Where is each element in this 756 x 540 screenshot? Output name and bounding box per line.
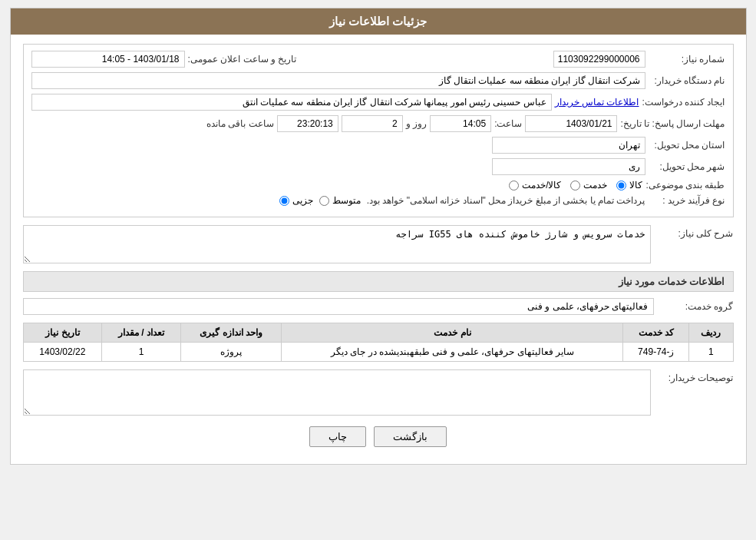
response-days-label: روز و: [406, 118, 427, 129]
row-city: شهر محل تحویل: ری: [31, 158, 725, 175]
cell-quantity: 1: [102, 343, 181, 362]
row-category: طبقه بندی موضوعی: کالا/خدمت خدمت کالا: [31, 180, 725, 190]
col-service-code: کد خدمت: [623, 323, 689, 343]
purchase-type-text: پرداخت تمام یا بخشی از مبلغ خریداز محل "…: [367, 195, 645, 206]
province-label: استان محل تحویل:: [649, 140, 725, 151]
cell-date: 1403/02/22: [23, 343, 102, 362]
remaining-time: 23:20:13: [277, 115, 338, 132]
page-container: جزئیات اطلاعات نیاز شماره نیاز: 11030922…: [10, 8, 747, 465]
category-kala-item: کالا: [616, 180, 642, 190]
creator-link[interactable]: اطلاعات تماس خریدار: [555, 97, 639, 108]
purchase-type-motavasset-radio[interactable]: [319, 196, 329, 206]
category-kala-label: کالا: [629, 180, 642, 190]
action-row: بازگشت چاپ: [23, 426, 734, 447]
row-response-deadline: مهلت ارسال پاسخ: تا تاریخ: 1403/01/21 سا…: [31, 115, 725, 132]
services-table: ردیف کد خدمت نام خدمت واحد اندازه گیری ت…: [23, 323, 734, 362]
info-section: شماره نیاز: 1103092299000006 تاریخ و ساع…: [23, 44, 734, 217]
category-khadamat-radio[interactable]: [570, 181, 580, 190]
city-label: شهر محل تحویل:: [649, 161, 725, 172]
category-khadamat-item: خدمت: [570, 180, 607, 190]
need-number-label: شماره نیاز:: [649, 54, 725, 65]
content-area: شماره نیاز: 1103092299000006 تاریخ و ساع…: [11, 35, 746, 464]
table-header-row: ردیف کد خدمت نام خدمت واحد اندازه گیری ت…: [23, 323, 733, 343]
need-description-row: شرح کلی نیاز:: [23, 225, 734, 263]
need-number-value: 1103092299000006: [553, 51, 645, 68]
row-service-group: گروه خدمت: فعالیتهای حرفهای، علمی و فنی: [23, 298, 734, 315]
response-days: 2: [342, 115, 403, 132]
purchase-type-jozee-radio[interactable]: [279, 196, 289, 206]
buyer-description-textarea[interactable]: [23, 369, 651, 416]
cell-unit: پروژه: [180, 343, 281, 362]
row-requester: نام دستگاه خریدار: شرکت انتقال گاز ایران…: [31, 72, 725, 89]
row-creator: ایجاد کننده درخواست: اطلاعات تماس خریدار…: [31, 94, 725, 111]
purchase-type-options: پرداخت تمام یا بخشی از مبلغ خریداز محل "…: [279, 195, 645, 206]
row-purchase-type: نوع فرآیند خرید : پرداخت تمام یا بخشی از…: [31, 195, 725, 206]
category-kala-khadamat-label: کالا/خدمت: [522, 180, 561, 190]
services-table-section: ردیف کد خدمت نام خدمت واحد اندازه گیری ت…: [23, 323, 734, 362]
city-value: ری: [492, 158, 645, 175]
cell-service-code: ز-74-749: [623, 343, 689, 362]
buyer-description-label: توصیحات خریدار:: [657, 369, 734, 383]
announce-datetime-value: 1403/01/18 - 14:05: [31, 51, 185, 68]
col-unit: واحد اندازه گیری: [180, 323, 281, 343]
province-value: تهران: [492, 137, 645, 154]
category-khadamat-label: خدمت: [583, 180, 607, 190]
col-row-num: ردیف: [689, 323, 733, 343]
need-description-textarea[interactable]: [23, 225, 651, 263]
category-radio-group: کالا/خدمت خدمت کالا: [509, 180, 642, 190]
response-time: 14:05: [430, 115, 491, 132]
col-date: تاریخ نیاز: [23, 323, 102, 343]
requester-label: نام دستگاه خریدار:: [649, 75, 725, 86]
purchase-type-label: نوع فرآیند خرید :: [649, 195, 725, 206]
row-province: استان محل تحویل: تهران: [31, 137, 725, 154]
col-service-name: نام خدمت: [282, 323, 623, 343]
print-button[interactable]: چاپ: [309, 426, 366, 447]
creator-name: عباس حسینی رئیس امور پیمانها شرکت انتقال…: [31, 94, 552, 111]
response-date: 1403/01/21: [525, 115, 617, 132]
buyer-description-row: توصیحات خریدار:: [23, 369, 734, 416]
page-title: جزئیات اطلاعات نیاز: [329, 15, 427, 28]
purchase-type-motavasset-label: متوسط: [332, 195, 361, 206]
service-group-label: گروه خدمت:: [657, 301, 734, 312]
page-header: جزئیات اطلاعات نیاز: [11, 8, 746, 35]
service-group-value: فعالیتهای حرفهای، علمی و فنی: [23, 298, 654, 315]
table-row: 1 ز-74-749 سایر فعالیتهای حرفهای، علمی و…: [23, 343, 733, 362]
purchase-type-jozee-item: جزیی: [279, 195, 313, 206]
col-quantity: تعداد / مقدار: [102, 323, 181, 343]
purchase-type-jozee-label: جزیی: [292, 195, 313, 206]
remaining-label: ساعت باقی مانده: [206, 118, 274, 129]
purchase-type-motavasset-item: متوسط: [319, 195, 361, 206]
cell-row-num: 1: [689, 343, 733, 362]
services-section-title: اطلاعات خدمات مورد نیاز: [23, 271, 734, 292]
requester-value: شرکت انتقال گاز ایران منطقه سه عملیات ان…: [31, 72, 645, 89]
need-description-label: شرح کلی نیاز:: [657, 225, 734, 239]
creator-label: ایجاد کننده درخواست:: [642, 97, 725, 108]
announce-datetime-label: تاریخ و ساعت اعلان عمومی:: [188, 54, 297, 65]
category-kala-khadamat-radio[interactable]: [509, 181, 519, 190]
category-kala-radio[interactable]: [616, 181, 626, 190]
category-kala-khadamat-item: کالا/خدمت: [509, 180, 561, 190]
response-deadline-label: مهلت ارسال پاسخ: تا تاریخ:: [620, 118, 725, 129]
cell-service-name: سایر فعالیتهای حرفهای، علمی و فنی طبقهبن…: [282, 343, 623, 362]
row-need-number: شماره نیاز: 1103092299000006 تاریخ و ساع…: [31, 51, 725, 68]
back-button[interactable]: بازگشت: [374, 426, 447, 447]
category-label: طبقه بندی موضوعی:: [645, 180, 725, 190]
response-time-label: ساعت:: [494, 118, 522, 129]
